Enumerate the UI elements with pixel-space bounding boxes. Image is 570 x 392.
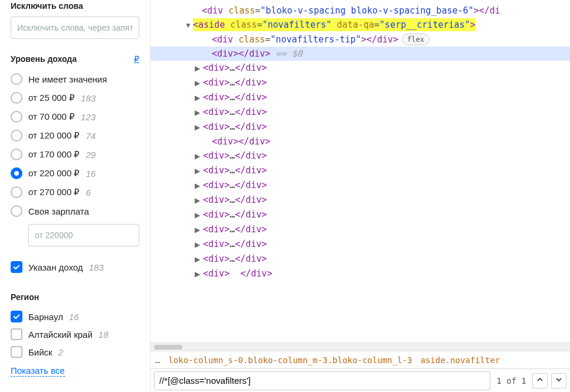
- region-item[interactable]: Алтайский край18: [11, 325, 139, 343]
- currency-button[interactable]: ₽: [134, 54, 139, 64]
- income-option-label: от 170 000 ₽: [28, 149, 80, 160]
- checkbox-icon: [11, 328, 22, 340]
- income-option[interactable]: от 220 000 ₽16: [11, 164, 139, 183]
- region-item-label: Алтайский край: [28, 330, 93, 340]
- radio-icon: [11, 186, 22, 198]
- region-item[interactable]: Барнаул16: [11, 308, 139, 325]
- dom-tree-line[interactable]: ▼<aside class="novafilters" data-qa="ser…: [150, 18, 570, 32]
- salary-specified-checkbox-row[interactable]: Указан доход 183: [11, 258, 139, 276]
- expand-right-icon[interactable]: ▶: [195, 77, 202, 90]
- expand-right-icon[interactable]: ▶: [195, 223, 202, 236]
- income-option[interactable]: от 25 000 ₽183: [11, 88, 139, 107]
- horizontal-scrollbar[interactable]: [150, 342, 570, 351]
- income-option-count: 6: [86, 187, 90, 197]
- dom-tree-line[interactable]: ▶<div>…</div>: [150, 163, 570, 178]
- dom-tree-line[interactable]: ▶<div>…</div>: [150, 237, 570, 252]
- expand-right-icon[interactable]: ▶: [195, 121, 202, 134]
- expand-right-icon[interactable]: ▶: [195, 179, 202, 192]
- expand-right-icon[interactable]: ▶: [195, 194, 202, 207]
- search-next-button[interactable]: [551, 373, 566, 388]
- expand-right-icon[interactable]: ▶: [195, 209, 202, 222]
- chevron-down-icon: [555, 376, 562, 385]
- income-option[interactable]: Своя зарплата: [11, 202, 139, 220]
- region-item[interactable]: Бийск2: [11, 343, 139, 361]
- expand-right-icon[interactable]: ▶: [195, 253, 202, 266]
- income-option-label: от 270 000 ₽: [28, 187, 80, 197]
- income-option-label: от 120 000 ₽: [28, 130, 80, 141]
- income-option-count: 29: [86, 150, 96, 160]
- region-item-count: 16: [69, 312, 79, 322]
- radio-icon: [11, 149, 22, 160]
- expand-right-icon[interactable]: ▶: [195, 268, 202, 281]
- income-option[interactable]: от 270 000 ₽6: [11, 183, 139, 202]
- search-prev-button[interactable]: [532, 373, 548, 388]
- income-option[interactable]: от 170 000 ₽29: [11, 145, 139, 164]
- income-option-count: 183: [81, 93, 96, 103]
- dom-tree-line[interactable]: ▶<div>…</div>: [150, 90, 570, 105]
- flex-badge[interactable]: flex: [402, 34, 430, 45]
- dom-tree-line[interactable]: ▶<div>…</div>: [150, 75, 570, 90]
- income-option[interactable]: от 120 000 ₽74: [11, 126, 139, 145]
- filters-sidebar: Исключить слова Уровень дохода ₽ Не имее…: [0, 0, 150, 392]
- dom-tree-line[interactable]: ▶<div>…</div>: [150, 193, 570, 207]
- region-item-count: 2: [58, 347, 63, 357]
- exclude-words-input[interactable]: [11, 17, 139, 39]
- devtools-panel: <div class="bloko-v-spacing bloko-v-spac…: [150, 0, 570, 392]
- dom-tree-line[interactable]: ▶<div>…</div>: [150, 105, 570, 120]
- dom-tree-line[interactable]: ▶<div>…</div>: [150, 178, 570, 193]
- breadcrumb-item[interactable]: loko-column_s-0.bloko-column_m-3.bloko-c…: [168, 355, 412, 365]
- chevron-up-icon: [536, 376, 543, 385]
- breadcrumb-item[interactable]: aside.novafilter: [420, 355, 500, 365]
- income-option[interactable]: от 70 000 ₽123: [11, 107, 139, 126]
- elements-search-input[interactable]: [154, 371, 490, 390]
- region-item-label: Бийск: [28, 347, 53, 357]
- radio-icon: [11, 111, 22, 123]
- radio-icon: [11, 167, 22, 179]
- radio-icon: [11, 92, 22, 104]
- salary-specified-count: 183: [89, 262, 104, 272]
- income-option-label: от 70 000 ₽: [28, 111, 75, 122]
- region-item-label: Барнаул: [28, 312, 63, 322]
- radio-icon: [11, 205, 22, 217]
- expand-right-icon[interactable]: ▶: [195, 91, 202, 104]
- dom-tree-line[interactable]: <div class="bloko-v-spacing bloko-v-spac…: [150, 4, 570, 18]
- breadcrumb-bar: … loko-column_s-0.bloko-column_m-3.bloko…: [150, 351, 570, 368]
- region-title: Регион: [11, 292, 39, 302]
- income-option-label: Своя зарплата: [28, 206, 89, 216]
- dom-tree-line[interactable]: ▶<div>…</div>: [150, 222, 570, 237]
- income-title: Уровень дохода: [11, 54, 77, 64]
- expand-right-icon[interactable]: ▶: [195, 164, 202, 177]
- dom-tree-line[interactable]: ▶<div>…</div>: [150, 207, 570, 222]
- expand-down-icon[interactable]: ▼: [185, 19, 192, 32]
- income-option-count: 74: [86, 131, 96, 141]
- checkbox-icon: [11, 346, 22, 358]
- dom-tree-line[interactable]: ▶<div>…</div>: [150, 120, 570, 134]
- checkbox-icon: [11, 261, 22, 273]
- elements-dom-tree[interactable]: <div class="bloko-v-spacing bloko-v-spac…: [150, 0, 570, 342]
- income-option-label: Не имеет значения: [28, 74, 107, 84]
- dom-tree-line[interactable]: ▶<div>…</div>: [150, 61, 570, 75]
- income-option[interactable]: Не имеет значения: [11, 70, 139, 88]
- dom-tree-line[interactable]: ▶<div> </div>: [150, 266, 570, 281]
- expand-right-icon[interactable]: ▶: [195, 150, 202, 163]
- show-all-regions-link[interactable]: Показать все: [11, 365, 65, 377]
- income-option-count: 123: [81, 112, 96, 122]
- radio-icon: [11, 130, 22, 141]
- income-option-label: от 220 000 ₽: [28, 168, 80, 179]
- salary-specified-label: Указан доход: [28, 262, 83, 272]
- dom-tree-line[interactable]: ▶<div>…</div>: [150, 252, 570, 266]
- expand-right-icon[interactable]: ▶: [195, 238, 202, 251]
- dom-tree-line[interactable]: <div class="novafilters-tip"></div>flex: [150, 32, 570, 47]
- expand-right-icon[interactable]: ▶: [195, 106, 202, 119]
- radio-icon: [11, 73, 22, 85]
- scrollbar-thumb[interactable]: [154, 345, 182, 350]
- dom-tree-line[interactable]: <div></div>: [150, 134, 570, 149]
- breadcrumb-ellipsis[interactable]: …: [155, 355, 160, 365]
- dom-tree-line[interactable]: <div></div> == $0: [150, 47, 570, 61]
- custom-salary-input[interactable]: [28, 224, 139, 246]
- expand-right-icon[interactable]: ▶: [195, 62, 202, 75]
- elements-search-bar: 1 of 1: [150, 368, 570, 392]
- dom-tree-line[interactable]: ▶<div>…</div>: [150, 149, 570, 163]
- region-item-count: 18: [99, 330, 109, 340]
- exclude-words-title: Исключить слова: [11, 1, 83, 11]
